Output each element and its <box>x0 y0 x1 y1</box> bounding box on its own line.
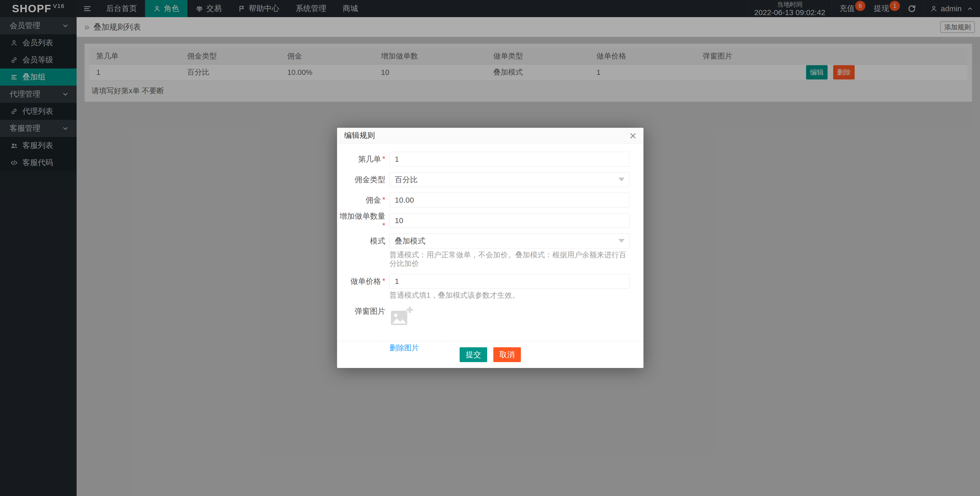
cancel-button[interactable]: 取消 <box>493 347 521 362</box>
modal-title: 编辑规则 <box>344 130 375 141</box>
field-row-added-orders: 增加做单数量 <box>337 213 629 228</box>
field-row-commission: 佣金 <box>337 193 629 207</box>
modal-header: 编辑规则 × <box>337 128 643 144</box>
mode-hint: 普通模式：用户正常做单，不会加价。叠加模式：根据用户余额来进行百分比加价 <box>390 250 629 268</box>
required-asterisk <box>381 277 385 285</box>
modal-footer: 提交 取消 <box>337 341 643 368</box>
commission-type-select[interactable]: 百分比 <box>390 172 629 187</box>
field-label: 增加做单数量 <box>337 211 390 230</box>
caret-down-icon <box>619 239 625 243</box>
caret-down-icon <box>619 178 625 182</box>
required-asterisk <box>381 196 385 204</box>
mode-select[interactable]: 叠加模式 <box>390 234 629 249</box>
added-orders-input[interactable] <box>390 213 629 228</box>
edit-rule-modal: 编辑规则 × 第几单 佣金类型 百分比 佣金 增加做单数量 模式 叠加模式 <box>337 128 643 368</box>
field-row-order-number: 第几单 <box>337 152 629 167</box>
commission-input[interactable] <box>390 193 629 207</box>
order-number-input[interactable] <box>390 152 629 167</box>
field-label: 佣金 <box>337 195 390 206</box>
order-price-hint: 普通模式填1，叠加模式该参数才生效。 <box>390 291 629 300</box>
required-asterisk <box>381 222 385 230</box>
modal-body: 第几单 佣金类型 百分比 佣金 增加做单数量 模式 叠加模式 普通模式：用户正常 <box>337 144 643 353</box>
image-placeholder-icon[interactable] <box>390 306 414 328</box>
field-label: 做单价格 <box>337 276 390 287</box>
field-label: 第几单 <box>337 154 390 164</box>
submit-button[interactable]: 提交 <box>460 347 487 362</box>
select-value: 百分比 <box>395 175 418 185</box>
field-row-popup-image: 弹窗图片 <box>337 306 629 328</box>
field-row-commission-type: 佣金类型 百分比 <box>337 172 629 187</box>
field-row-mode: 模式 叠加模式 <box>337 234 629 249</box>
order-price-input[interactable] <box>390 274 629 289</box>
field-label: 弹窗图片 <box>337 306 390 317</box>
required-asterisk <box>381 155 385 163</box>
field-row-order-price: 做单价格 <box>337 274 629 289</box>
field-label: 佣金类型 <box>337 175 390 185</box>
field-label: 模式 <box>337 236 390 246</box>
close-icon[interactable]: × <box>629 130 636 142</box>
select-value: 叠加模式 <box>395 236 425 246</box>
